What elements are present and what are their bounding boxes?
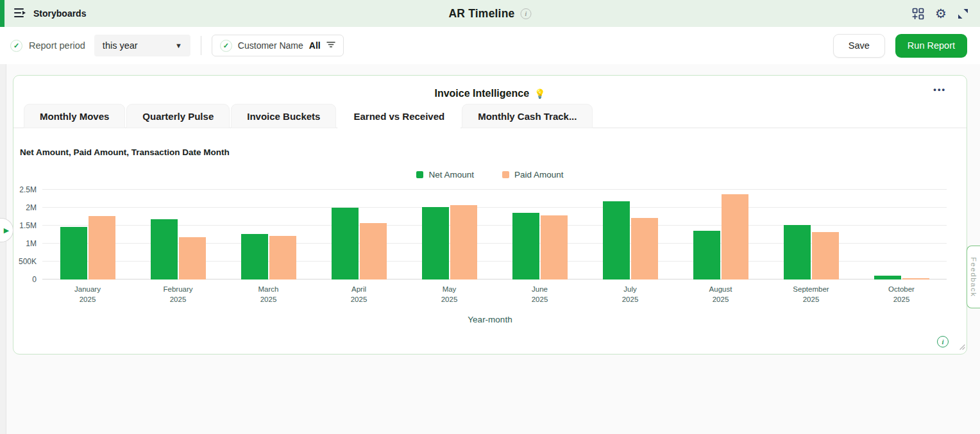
bar-net-amount-march-2025[interactable] [241, 234, 268, 280]
filter-divider [201, 36, 201, 55]
bar-group-january-2025 [42, 190, 133, 280]
chart-legend: Net AmountPaid Amount [13, 170, 967, 179]
bar-paid-amount-july-2025[interactable] [631, 218, 658, 280]
x-tick-label-october-2025: October2025 [856, 285, 947, 305]
report-period-value: this year [103, 40, 138, 51]
y-tick-label: 1M [26, 239, 37, 248]
legend-item-paid-amount[interactable]: Paid Amount [502, 170, 564, 179]
add-widget-icon[interactable] [912, 8, 924, 20]
customer-name-filter[interactable]: ✓ Customer Name All [212, 35, 344, 56]
bar-group-june-2025 [494, 190, 585, 280]
expand-icon[interactable] [958, 8, 968, 19]
x-tick-label-february-2025: February2025 [133, 285, 223, 305]
run-report-button[interactable]: Run Report [895, 34, 967, 58]
bar-paid-amount-february-2025[interactable] [179, 237, 206, 280]
tab-monthly-cash-track[interactable]: Monthly Cash Track... [462, 104, 593, 128]
x-tick-label-june-2025: June2025 [494, 285, 585, 305]
bar-net-amount-january-2025[interactable] [60, 227, 87, 280]
brand-accent-bar [0, 0, 4, 27]
storyboards-list-icon [13, 7, 27, 21]
legend-label: Net Amount [428, 170, 474, 179]
bar-paid-amount-march-2025[interactable] [269, 236, 296, 280]
chart-plot: 0500K1M1.5M2M2.5M [42, 190, 947, 280]
card-title: Invoice Intelligence [434, 88, 529, 99]
tab-monthly-moves[interactable]: Monthly Moves [24, 104, 125, 128]
x-tick-label-september-2025: September2025 [766, 285, 856, 305]
chart-info-icon[interactable]: i [937, 336, 949, 347]
customer-filter-label: Customer Name [238, 40, 303, 51]
bar-paid-amount-april-2025[interactable] [360, 223, 387, 280]
report-period-dropdown[interactable]: this year ▼ [94, 35, 190, 56]
x-tick-label-july-2025: July2025 [585, 285, 675, 305]
top-bar: Storyboards AR Timeline i ⚙ [0, 0, 980, 27]
bar-group-february-2025 [133, 190, 223, 280]
bars-row [42, 190, 947, 280]
bar-group-may-2025 [404, 190, 494, 280]
bar-paid-amount-october-2025[interactable] [902, 278, 929, 280]
bar-group-march-2025 [223, 190, 314, 280]
bar-net-amount-may-2025[interactable] [422, 207, 449, 280]
legend-label: Paid Amount [514, 170, 564, 179]
expand-right-arrow-icon: ▶ [4, 227, 9, 234]
y-tick-label: 0 [32, 275, 37, 284]
bar-paid-amount-september-2025[interactable] [812, 232, 839, 280]
legend-item-net-amount[interactable]: Net Amount [416, 170, 474, 179]
bar-net-amount-february-2025[interactable] [151, 219, 178, 280]
feedback-label: Feedback [970, 257, 977, 297]
bar-net-amount-october-2025[interactable] [874, 276, 901, 280]
bar-paid-amount-january-2025[interactable] [89, 216, 115, 280]
left-collapsed-panel-rail [0, 64, 6, 434]
bar-net-amount-april-2025[interactable] [332, 208, 359, 280]
y-tick-label: 500K [19, 257, 37, 266]
card-tabstrip: Monthly MovesQuarterly PulseInvoice Buck… [13, 104, 967, 128]
invoice-intelligence-card: Invoice Intelligence 💡 ••• Monthly Moves… [13, 75, 967, 355]
tab-invoice-buckets[interactable]: Invoice Buckets [231, 104, 336, 128]
title-info-icon[interactable]: i [521, 8, 532, 19]
bar-net-amount-september-2025[interactable] [784, 225, 811, 280]
bar-net-amount-july-2025[interactable] [603, 201, 630, 280]
chevron-down-icon: ▼ [175, 42, 182, 49]
bar-paid-amount-may-2025[interactable] [450, 205, 477, 280]
x-axis-ticks: January2025February2025March2025April202… [42, 285, 947, 305]
chart-title: Net Amount, Paid Amount, Transaction Dat… [20, 147, 967, 157]
report-period-label: Report period [29, 40, 85, 51]
customer-filter-value: All [309, 40, 321, 51]
storyboards-label: Storyboards [33, 8, 86, 19]
legend-swatch [416, 171, 423, 178]
tab-earned-vs-received[interactable]: Earned vs Received [337, 104, 460, 128]
page-title-wrap: AR Timeline i [448, 7, 531, 21]
x-tick-label-april-2025: April2025 [314, 285, 404, 305]
save-button[interactable]: Save [833, 34, 885, 58]
bar-group-september-2025 [766, 190, 856, 280]
bar-net-amount-august-2025[interactable] [693, 231, 720, 280]
storyboards-menu[interactable]: Storyboards [13, 7, 86, 21]
y-tick-label: 2.5M [19, 185, 37, 194]
bar-paid-amount-june-2025[interactable] [541, 215, 568, 280]
card-more-menu-icon[interactable]: ••• [933, 85, 946, 94]
x-tick-label-may-2025: May2025 [404, 285, 494, 305]
x-tick-label-january-2025: January2025 [42, 285, 133, 305]
filter-bar: ✓ Report period this year ▼ ✓ Customer N… [0, 27, 980, 64]
bar-paid-amount-august-2025[interactable] [722, 194, 748, 280]
filter-funnel-icon [326, 40, 335, 51]
bar-net-amount-june-2025[interactable] [512, 213, 539, 280]
lightbulb-icon: 💡 [534, 88, 545, 99]
bar-group-august-2025 [675, 190, 766, 280]
tab-quarterly-pulse[interactable]: Quarterly Pulse [126, 104, 230, 128]
legend-swatch [502, 171, 509, 178]
bar-group-july-2025 [585, 190, 675, 280]
bar-group-april-2025 [314, 190, 404, 280]
x-tick-label-august-2025: August2025 [675, 285, 766, 305]
y-tick-label: 1.5M [19, 221, 37, 230]
page-title: AR Timeline [448, 7, 514, 21]
settings-gear-icon[interactable]: ⚙ [935, 7, 947, 20]
report-period-check-icon[interactable]: ✓ [10, 40, 22, 52]
y-tick-label: 2M [26, 203, 37, 212]
resize-handle-icon[interactable] [958, 341, 965, 353]
x-axis-label: Year-month [13, 315, 967, 324]
feedback-tab[interactable]: Feedback [967, 246, 980, 308]
customer-check-icon: ✓ [220, 40, 232, 52]
x-tick-label-march-2025: March2025 [223, 285, 314, 305]
bar-group-october-2025 [856, 190, 947, 280]
